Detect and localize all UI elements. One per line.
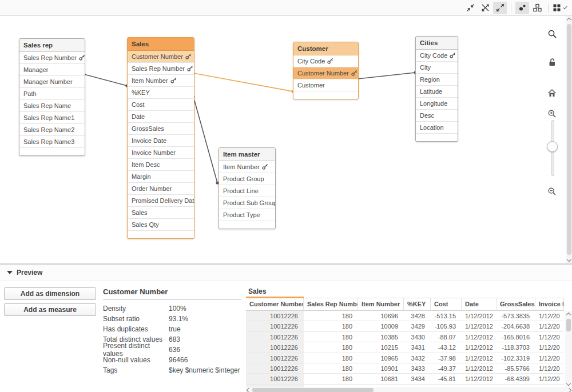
field-row-latitude[interactable]: Latitude (416, 86, 458, 98)
preview-header[interactable]: Preview (0, 265, 572, 281)
field-row-customer[interactable]: Customer (293, 79, 358, 91)
table-hscrollbar-thumb[interactable] (252, 388, 374, 392)
field-row-city[interactable]: City (416, 62, 458, 74)
table-cell: 10012226 (246, 353, 304, 363)
show-linked-tables-button[interactable] (478, 2, 492, 14)
column-header-grosssales[interactable]: GrossSales (496, 298, 535, 311)
table-header[interactable]: Item master (219, 148, 275, 161)
table-cell: 3432 (404, 353, 431, 363)
field-row-city-code[interactable]: City Code (293, 55, 358, 67)
field-row-item-desc[interactable]: Item Desc (128, 159, 194, 171)
table-hscrollbar[interactable] (246, 387, 572, 392)
column-header-date[interactable]: Date (462, 298, 496, 311)
table-vscrollbar[interactable] (565, 311, 572, 387)
zoom-slider-handle[interactable] (547, 141, 558, 152)
add-as-measure-button[interactable]: Add as measure (4, 303, 96, 316)
table-vscrollbar-thumb[interactable] (566, 319, 571, 331)
model-canvas[interactable]: Sales repSales Rep NumberManagerManager … (0, 16, 572, 264)
association-line[interactable] (357, 73, 415, 79)
field-row-sales-rep-name2[interactable]: Sales Rep Name2 (19, 124, 85, 136)
field-label: City Code (420, 52, 447, 59)
field-row-order-number[interactable]: Order Number (128, 183, 194, 195)
field-row-sales-rep-name3[interactable]: Sales Rep Name3 (19, 136, 85, 148)
home-icon[interactable] (546, 87, 558, 99)
field-row-sales-qty[interactable]: Sales Qty (128, 219, 194, 231)
zoom-out-icon[interactable] (546, 185, 558, 198)
field-row-sales-rep-number[interactable]: Sales Rep Number (19, 52, 85, 64)
search-icon[interactable] (546, 27, 558, 40)
field-detail-row: Non-null values96466 (103, 355, 241, 365)
table-cell: 10965 (358, 353, 404, 363)
model-table-item-master[interactable]: Item masterItem NumberProduct GroupProdu… (219, 147, 276, 229)
field-row-invoice-number[interactable]: Invoice Number (128, 147, 194, 159)
field-label: Desc (420, 112, 434, 119)
field-row-region[interactable]: Region (416, 74, 458, 86)
table-row: 10012226180109653432-37.981/12/2012-102.… (246, 353, 564, 363)
field-row-item-number[interactable]: Item Number (219, 161, 275, 173)
table-header[interactable]: Sales (128, 38, 194, 51)
canvas-scrollbar-thumb[interactable] (567, 24, 571, 255)
table-header[interactable]: Cities (416, 37, 458, 50)
model-table-customer[interactable]: CustomerCity CodeCustomer NumberCustomer (293, 42, 359, 99)
field-row-margin[interactable]: Margin (128, 171, 194, 183)
field-row-item-number[interactable]: Item Number (128, 75, 194, 87)
expand-all-button[interactable] (493, 2, 507, 14)
grid-view-button[interactable] (553, 2, 566, 14)
field-row-date[interactable]: Date (128, 111, 194, 123)
table-cell: -513.15 (431, 311, 462, 321)
association-line[interactable] (193, 73, 293, 91)
field-row-manager[interactable]: Manager (19, 64, 85, 76)
table-header[interactable]: Customer (293, 42, 358, 55)
field-row-sales[interactable]: Sales (128, 207, 194, 219)
field-row-cost[interactable]: Cost (128, 99, 194, 111)
column-header-invoice-date[interactable]: Invoice Date (535, 298, 564, 311)
table-scroll-down-arrow[interactable] (566, 381, 571, 386)
field-label: Customer Number (297, 70, 349, 77)
field-row-path[interactable]: Path (19, 88, 85, 100)
field-row-sales-rep-number[interactable]: Sales Rep Number (128, 63, 194, 75)
column-header-key[interactable]: %KEY (404, 298, 431, 311)
field-row-manager-number[interactable]: Manager Number (19, 76, 85, 88)
collapse-all-button[interactable] (463, 2, 477, 14)
layout-button[interactable] (530, 2, 544, 14)
field-row-sales-rep-name1[interactable]: Sales Rep Name1 (19, 112, 85, 124)
field-row-product-sub-group[interactable]: Product Sub Group (219, 197, 275, 209)
table-scroll-right-arrow[interactable] (566, 387, 572, 392)
field-row-customer-number[interactable]: Customer Number (293, 67, 358, 79)
field-row-product-line[interactable]: Product Line (219, 185, 275, 197)
add-as-dimension-button[interactable]: Add as dimension (4, 287, 96, 300)
scroll-down-arrow[interactable] (566, 257, 572, 262)
field-row-longitude[interactable]: Longitude (416, 98, 458, 110)
field-row-product-group[interactable]: Product Group (219, 173, 275, 185)
internal-table-view-button[interactable] (515, 2, 529, 14)
canvas-scrollbar[interactable] (566, 16, 572, 263)
field-row-desc[interactable]: Desc (416, 110, 458, 122)
model-table-cities[interactable]: CitiesCity CodeCityRegionLatitudeLongitu… (415, 36, 458, 142)
table-header[interactable]: Sales rep (19, 39, 85, 52)
model-table-sales-rep[interactable]: Sales repSales Rep NumberManagerManager … (19, 38, 85, 156)
association-line[interactable] (193, 97, 217, 183)
field-row-promised-delivery-date[interactable]: Promised Delivery Date (128, 195, 194, 207)
zoom-in-icon[interactable] (546, 107, 558, 120)
field-row-location[interactable]: Location (416, 122, 458, 134)
field-row-city-code[interactable]: City Code (416, 50, 458, 62)
unlock-icon[interactable] (546, 56, 558, 69)
model-table-sales[interactable]: SalesCustomer NumberSales Rep NumberItem… (127, 37, 194, 239)
field-row-grosssales[interactable]: GrossSales (128, 123, 194, 135)
field-row-customer-number[interactable]: Customer Number (128, 51, 194, 63)
column-header-sales-rep-number[interactable]: Sales Rep Number (304, 298, 358, 311)
field-row-key[interactable]: %KEY (128, 87, 194, 99)
field-detail-label: Has duplicates (103, 325, 169, 333)
column-header-item-number[interactable]: Item Number (358, 298, 404, 311)
field-detail-label: Density (103, 305, 169, 313)
field-row-invoice-date[interactable]: Invoice Date (128, 135, 194, 147)
field-row-sales-rep-name[interactable]: Sales Rep Name (19, 100, 85, 112)
table-scroll-left-arrow[interactable] (246, 387, 252, 392)
column-header-customer-number[interactable]: Customer Number (246, 298, 304, 311)
field-row-product-type[interactable]: Product Type (219, 209, 275, 221)
table-scroll-up-arrow[interactable] (566, 312, 571, 318)
association-line[interactable] (84, 74, 127, 86)
scroll-up-arrow[interactable] (566, 17, 572, 23)
zoom-slider[interactable] (549, 120, 555, 175)
column-header-cost[interactable]: Cost (431, 298, 462, 311)
